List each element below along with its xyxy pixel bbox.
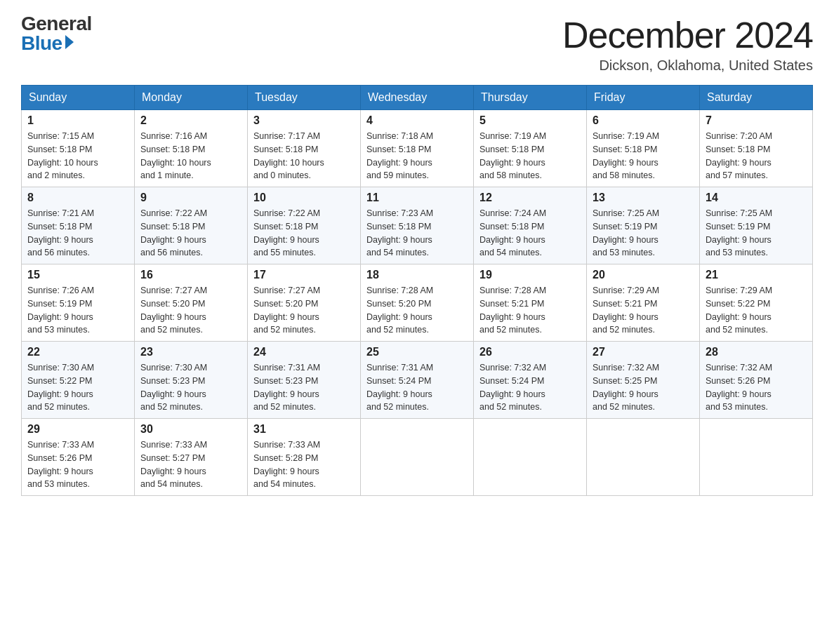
- header-saturday: Saturday: [700, 86, 813, 110]
- day-info: Sunrise: 7:32 AMSunset: 5:26 PMDaylight:…: [706, 361, 807, 414]
- calendar-week-row-3: 15Sunrise: 7:26 AMSunset: 5:19 PMDayligh…: [22, 264, 813, 342]
- day-info: Sunrise: 7:33 AMSunset: 5:28 PMDaylight:…: [253, 438, 355, 491]
- calendar-cell: 19Sunrise: 7:28 AMSunset: 5:21 PMDayligh…: [474, 264, 587, 342]
- header-friday: Friday: [587, 86, 700, 110]
- calendar-cell: 6Sunrise: 7:19 AMSunset: 5:18 PMDaylight…: [587, 110, 700, 187]
- day-number: 21: [706, 269, 807, 281]
- day-info: Sunrise: 7:25 AMSunset: 5:19 PMDaylight:…: [706, 207, 807, 260]
- day-number: 2: [140, 114, 241, 127]
- calendar-cell: 31Sunrise: 7:33 AMSunset: 5:28 PMDayligh…: [248, 419, 361, 496]
- calendar-cell: [700, 419, 813, 496]
- day-info: Sunrise: 7:24 AMSunset: 5:18 PMDaylight:…: [479, 207, 581, 260]
- day-number: 22: [27, 346, 128, 358]
- day-number: 29: [27, 423, 128, 436]
- day-number: 31: [253, 423, 355, 436]
- day-number: 26: [479, 346, 581, 358]
- calendar-cell: 27Sunrise: 7:32 AMSunset: 5:25 PMDayligh…: [587, 342, 700, 419]
- day-info: Sunrise: 7:32 AMSunset: 5:25 PMDaylight:…: [593, 361, 694, 414]
- day-number: 19: [479, 269, 581, 281]
- day-info: Sunrise: 7:21 AMSunset: 5:18 PMDaylight:…: [27, 207, 128, 260]
- day-info: Sunrise: 7:28 AMSunset: 5:21 PMDaylight:…: [479, 284, 581, 337]
- calendar-cell: 17Sunrise: 7:27 AMSunset: 5:20 PMDayligh…: [248, 264, 361, 342]
- day-number: 30: [140, 423, 241, 436]
- day-info: Sunrise: 7:31 AMSunset: 5:23 PMDaylight:…: [253, 361, 355, 414]
- day-info: Sunrise: 7:29 AMSunset: 5:22 PMDaylight:…: [706, 284, 807, 337]
- day-info: Sunrise: 7:28 AMSunset: 5:20 PMDaylight:…: [366, 284, 468, 337]
- calendar-cell: 20Sunrise: 7:29 AMSunset: 5:21 PMDayligh…: [587, 264, 700, 342]
- header-tuesday: Tuesday: [248, 86, 361, 110]
- day-info: Sunrise: 7:22 AMSunset: 5:18 PMDaylight:…: [140, 207, 241, 260]
- calendar-cell: 23Sunrise: 7:30 AMSunset: 5:23 PMDayligh…: [135, 342, 248, 419]
- day-number: 5: [479, 114, 581, 127]
- calendar-cell: 9Sunrise: 7:22 AMSunset: 5:18 PMDaylight…: [135, 187, 248, 264]
- day-info: Sunrise: 7:27 AMSunset: 5:20 PMDaylight:…: [140, 284, 241, 337]
- day-number: 8: [27, 192, 128, 204]
- day-number: 13: [593, 192, 694, 204]
- calendar-cell: 18Sunrise: 7:28 AMSunset: 5:20 PMDayligh…: [361, 264, 474, 342]
- calendar-cell: 13Sunrise: 7:25 AMSunset: 5:19 PMDayligh…: [587, 187, 700, 264]
- calendar-cell: [361, 419, 474, 496]
- day-number: 16: [140, 269, 241, 281]
- calendar-cell: 30Sunrise: 7:33 AMSunset: 5:27 PMDayligh…: [135, 419, 248, 496]
- day-info: Sunrise: 7:19 AMSunset: 5:18 PMDaylight:…: [479, 130, 581, 182]
- calendar-week-row-5: 29Sunrise: 7:33 AMSunset: 5:26 PMDayligh…: [22, 419, 813, 496]
- header-sunday: Sunday: [22, 86, 135, 110]
- day-number: 24: [253, 346, 355, 358]
- day-info: Sunrise: 7:17 AMSunset: 5:18 PMDaylight:…: [253, 130, 355, 182]
- calendar-cell: 3Sunrise: 7:17 AMSunset: 5:18 PMDaylight…: [248, 110, 361, 187]
- day-number: 20: [593, 269, 694, 281]
- day-info: Sunrise: 7:20 AMSunset: 5:18 PMDaylight:…: [706, 130, 807, 182]
- calendar-cell: 29Sunrise: 7:33 AMSunset: 5:26 PMDayligh…: [22, 419, 135, 496]
- day-info: Sunrise: 7:27 AMSunset: 5:20 PMDaylight:…: [253, 284, 355, 337]
- day-number: 15: [27, 269, 128, 281]
- day-number: 1: [27, 114, 128, 127]
- calendar-cell: 1Sunrise: 7:15 AMSunset: 5:18 PMDaylight…: [22, 110, 135, 187]
- header-thursday: Thursday: [474, 86, 587, 110]
- calendar-cell: 28Sunrise: 7:32 AMSunset: 5:26 PMDayligh…: [700, 342, 813, 419]
- calendar-cell: 11Sunrise: 7:23 AMSunset: 5:18 PMDayligh…: [361, 187, 474, 264]
- day-info: Sunrise: 7:32 AMSunset: 5:24 PMDaylight:…: [479, 361, 581, 414]
- day-number: 3: [253, 114, 355, 127]
- day-info: Sunrise: 7:18 AMSunset: 5:18 PMDaylight:…: [366, 130, 468, 182]
- day-info: Sunrise: 7:33 AMSunset: 5:26 PMDaylight:…: [27, 438, 128, 491]
- calendar-week-row-2: 8Sunrise: 7:21 AMSunset: 5:18 PMDaylight…: [22, 187, 813, 264]
- day-info: Sunrise: 7:30 AMSunset: 5:23 PMDaylight:…: [140, 361, 241, 414]
- day-info: Sunrise: 7:33 AMSunset: 5:27 PMDaylight:…: [140, 438, 241, 491]
- calendar-cell: 8Sunrise: 7:21 AMSunset: 5:18 PMDaylight…: [22, 187, 135, 264]
- day-number: 25: [366, 346, 468, 358]
- day-info: Sunrise: 7:30 AMSunset: 5:22 PMDaylight:…: [27, 361, 128, 414]
- calendar-cell: 16Sunrise: 7:27 AMSunset: 5:20 PMDayligh…: [135, 264, 248, 342]
- day-number: 28: [706, 346, 807, 358]
- calendar-cell: 22Sunrise: 7:30 AMSunset: 5:22 PMDayligh…: [22, 342, 135, 419]
- logo-blue-text: Blue: [21, 34, 92, 53]
- day-number: 12: [479, 192, 581, 204]
- day-number: 18: [366, 269, 468, 281]
- location-subtitle: Dickson, Oklahoma, United States: [562, 58, 813, 74]
- calendar-cell: 10Sunrise: 7:22 AMSunset: 5:18 PMDayligh…: [248, 187, 361, 264]
- calendar-cell: [587, 419, 700, 496]
- day-info: Sunrise: 7:26 AMSunset: 5:19 PMDaylight:…: [27, 284, 128, 337]
- calendar-cell: 14Sunrise: 7:25 AMSunset: 5:19 PMDayligh…: [700, 187, 813, 264]
- calendar-cell: 26Sunrise: 7:32 AMSunset: 5:24 PMDayligh…: [474, 342, 587, 419]
- day-number: 27: [593, 346, 694, 358]
- calendar-cell: 21Sunrise: 7:29 AMSunset: 5:22 PMDayligh…: [700, 264, 813, 342]
- header-wednesday: Wednesday: [361, 86, 474, 110]
- page-header: General Blue December 2024 Dickson, Okla…: [21, 14, 813, 74]
- day-number: 7: [706, 114, 807, 127]
- day-info: Sunrise: 7:22 AMSunset: 5:18 PMDaylight:…: [253, 207, 355, 260]
- calendar-cell: [474, 419, 587, 496]
- calendar-cell: 2Sunrise: 7:16 AMSunset: 5:18 PMDaylight…: [135, 110, 248, 187]
- day-info: Sunrise: 7:16 AMSunset: 5:18 PMDaylight:…: [140, 130, 241, 182]
- logo-general-text: General: [21, 14, 92, 34]
- day-info: Sunrise: 7:31 AMSunset: 5:24 PMDaylight:…: [366, 361, 468, 414]
- day-number: 17: [253, 269, 355, 281]
- calendar-table: SundayMondayTuesdayWednesdayThursdayFrid…: [21, 85, 813, 496]
- day-number: 11: [366, 192, 468, 204]
- title-section: December 2024 Dickson, Oklahoma, United …: [562, 14, 813, 74]
- day-number: 14: [706, 192, 807, 204]
- calendar-cell: 4Sunrise: 7:18 AMSunset: 5:18 PMDaylight…: [361, 110, 474, 187]
- calendar-header-row: SundayMondayTuesdayWednesdayThursdayFrid…: [22, 86, 813, 110]
- calendar-week-row-4: 22Sunrise: 7:30 AMSunset: 5:22 PMDayligh…: [22, 342, 813, 419]
- calendar-cell: 15Sunrise: 7:26 AMSunset: 5:19 PMDayligh…: [22, 264, 135, 342]
- day-info: Sunrise: 7:15 AMSunset: 5:18 PMDaylight:…: [27, 130, 128, 182]
